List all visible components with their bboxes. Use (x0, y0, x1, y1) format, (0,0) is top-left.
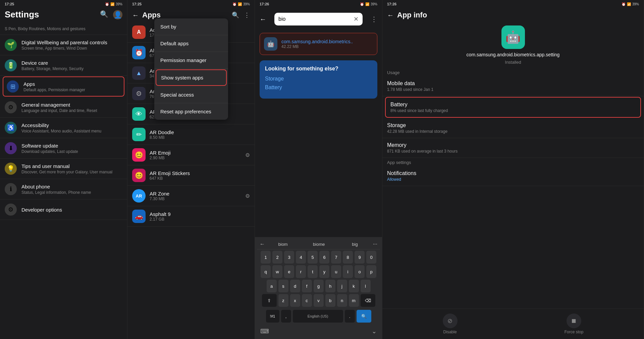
kb-4[interactable]: 4 (296, 251, 306, 264)
kb-y[interactable]: y (319, 265, 329, 278)
app-item-arzone[interactable]: AR AR Zone 7.30 MB ⚙ (127, 186, 255, 206)
kb-more-suggestions[interactable]: ··· (373, 241, 377, 247)
dropdown-reset-app-preferences[interactable]: Reset app preferences (154, 103, 228, 120)
kb-l[interactable]: l (361, 280, 371, 292)
kb-3[interactable]: 3 (284, 251, 294, 264)
arzone-icon: AR (132, 189, 146, 203)
kb-n[interactable]: n (337, 294, 347, 307)
battery-link[interactable]: Battery (265, 84, 372, 91)
kb-b[interactable]: b (325, 294, 335, 307)
kb-w[interactable]: w (272, 265, 282, 278)
kb-a[interactable]: a (267, 280, 277, 292)
general-icon: ⚙ (5, 101, 17, 113)
back-button-4[interactable]: ← (387, 11, 394, 19)
suggest-biom[interactable]: biom (265, 242, 301, 247)
settings-item-digital-wellbeing[interactable]: 🌱 Digital Wellbeing and parental control… (0, 35, 127, 55)
settings-item-apps[interactable]: ⊞ Apps Default apps, Permission manager (3, 76, 124, 97)
kb-x[interactable]: x (290, 294, 300, 307)
profile-icon[interactable]: 👤 (113, 10, 122, 19)
dropdown-special-access[interactable]: Special access (154, 87, 228, 103)
dropdown-show-system-apps[interactable]: Show system apps (156, 69, 227, 86)
kb-e[interactable]: e (284, 265, 294, 278)
kb-backspace[interactable]: ⌫ (361, 294, 375, 307)
appinfo-storage[interactable]: Storage 42.28 MB used in Internal storag… (382, 118, 644, 138)
kb-i[interactable]: i (343, 265, 353, 278)
kb-r[interactable]: r (296, 265, 306, 278)
kb-0[interactable]: 0 (366, 251, 376, 264)
search-icon[interactable]: 🔍 (100, 10, 108, 19)
appinfo-mobile-data[interactable]: Mobile data 1.78 MB used since Jan 1 (382, 76, 644, 96)
settings-item-accessibility[interactable]: ♿ Accessibility Voice Assistant, Mono au… (0, 118, 127, 138)
kb-5[interactable]: 5 (308, 251, 318, 264)
device-care-text: Device care Battery, Storage, Memory, Se… (21, 60, 122, 71)
kb-space[interactable]: English (US) (293, 310, 343, 323)
kb-d[interactable]: d (290, 280, 300, 292)
settings-item-device-care[interactable]: 🔋 Device care Battery, Storage, Memory, … (0, 55, 127, 76)
kb-symbols[interactable]: !#1 (266, 310, 279, 323)
settings-panel: 17:25 ⏰ 📶 39% Settings 🔍 👤 S Pen, Bixby … (0, 0, 127, 339)
settings-item-tips[interactable]: 💡 Tips and user manual Discover, Get mor… (0, 159, 127, 179)
settings-item-about[interactable]: ℹ About phone Status, Legal information,… (0, 179, 127, 200)
search-icon-2[interactable]: 🔍 (232, 11, 239, 19)
app-item-aremoji[interactable]: 😊 AR Emoji 2.90 MB ⚙ (127, 145, 255, 165)
force-stop-button[interactable]: ⏹ Force stop (565, 314, 584, 334)
back-button-2[interactable]: ← (132, 11, 139, 19)
suggest-biome[interactable]: biome (301, 242, 337, 247)
app-item-ardoodle[interactable]: ✏ AR Doodle 8.50 MB (127, 124, 255, 145)
settings-item-developer[interactable]: ⚙ Developer options (0, 200, 127, 220)
settings-item-software[interactable]: ⬇ Software update Download updates, Last… (0, 138, 127, 159)
kb-7[interactable]: 7 (331, 251, 341, 264)
kb-j[interactable]: j (337, 280, 347, 292)
kb-m[interactable]: m (349, 294, 359, 307)
app-item-aremojistickers[interactable]: 😊 AR Emoji Stickers 647 KB (127, 165, 255, 186)
kb-6[interactable]: 6 (319, 251, 329, 264)
appinfo-memory[interactable]: Memory 871 KB used on average in last 3 … (382, 138, 644, 158)
kb-shift[interactable]: ⇧ (262, 294, 277, 307)
dropdown-default-apps[interactable]: Default apps (154, 35, 228, 52)
kb-h[interactable]: h (325, 280, 335, 292)
kb-g[interactable]: g (314, 280, 324, 292)
kb-comma[interactable]: , (281, 310, 291, 323)
kb-period[interactable]: . (345, 310, 355, 323)
kb-search[interactable]: 🔍 (357, 310, 371, 323)
kb-s[interactable]: s (278, 280, 288, 292)
notifications-status: Allowed (387, 177, 639, 182)
kb-v[interactable]: v (314, 294, 324, 307)
kb-1[interactable]: 1 (261, 251, 271, 264)
kb-p[interactable]: p (366, 265, 376, 278)
kb-2[interactable]: 2 (272, 251, 282, 264)
appinfo-battery[interactable]: Battery 8% used since last fully charged (385, 97, 641, 118)
suggest-big[interactable]: big (337, 242, 373, 247)
looking-for-box: Looking for something else? Storage Batt… (260, 60, 377, 99)
more-icon-2[interactable]: ⋮ (244, 11, 250, 19)
kb-t[interactable]: t (308, 265, 318, 278)
kb-z[interactable]: z (278, 294, 288, 307)
more-icon-3[interactable]: ⋮ (371, 15, 377, 23)
search-bar[interactable]: ✕ (274, 13, 363, 25)
search-result[interactable]: 🤖 com.samsung.android.biometrics.. 42.22… (260, 33, 377, 55)
appinfo-notifications[interactable]: Notifications Allowed (382, 166, 644, 186)
arzone-gear-icon[interactable]: ⚙ (245, 193, 250, 199)
kb-f[interactable]: f (302, 280, 312, 292)
storage-link[interactable]: Storage (265, 76, 372, 82)
dropdown-sort-by[interactable]: Sort by (154, 18, 228, 35)
kb-c[interactable]: c (302, 294, 312, 307)
kb-keyboard-icon[interactable]: ⌨ (260, 328, 269, 335)
top-item: S Pen, Bixby Routines, Motions and gestu… (0, 23, 127, 35)
kb-9[interactable]: 9 (355, 251, 365, 264)
search-input[interactable] (278, 16, 351, 22)
kb-8[interactable]: 8 (343, 251, 353, 264)
kb-o[interactable]: o (355, 265, 365, 278)
kb-u[interactable]: u (331, 265, 341, 278)
dropdown-permission-manager[interactable]: Permission manager (154, 52, 228, 69)
kb-chevron-down-icon[interactable]: ⌄ (372, 328, 377, 335)
kb-k[interactable]: k (349, 280, 359, 292)
app-item-asphalt[interactable]: 🚗 Asphalt 9 2.17 GB (127, 206, 255, 227)
clear-icon[interactable]: ✕ (354, 15, 359, 23)
back-button-3[interactable]: ← (260, 15, 266, 23)
disable-button[interactable]: ⊘ Disable (443, 314, 458, 334)
aremoji-gear-icon[interactable]: ⚙ (245, 152, 250, 158)
kb-back-icon[interactable]: ← (260, 241, 265, 247)
kb-q[interactable]: q (261, 265, 271, 278)
settings-item-general[interactable]: ⚙ General management Language and input,… (0, 97, 127, 118)
